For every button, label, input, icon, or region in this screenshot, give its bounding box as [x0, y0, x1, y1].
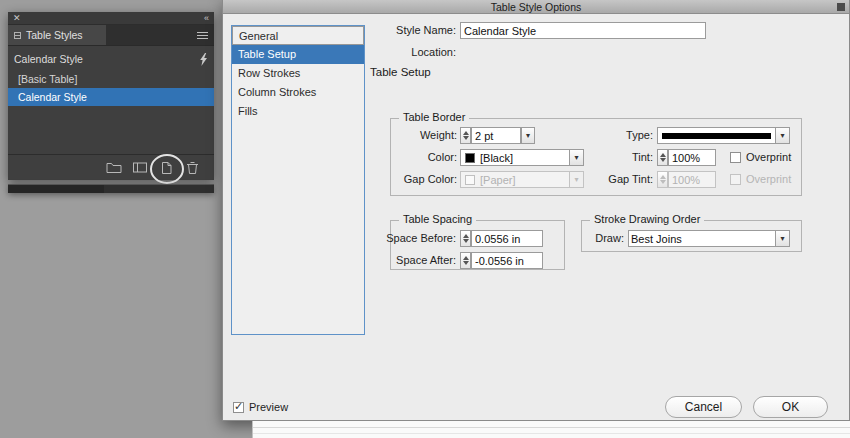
dialog-title: Table Style Options: [491, 1, 581, 13]
gap-tint-input: [668, 171, 716, 188]
gap-tint-label: Gap Tint:: [553, 171, 653, 188]
table-style-options-dialog: Table Style Options General Table Setup …: [222, 0, 850, 421]
category-fills[interactable]: Fills: [232, 102, 364, 121]
table-styles-panel: ✕ « Table Styles Calendar Style [Basic T…: [8, 12, 214, 180]
gap-overprint-label: Overprint: [746, 171, 791, 188]
space-after-label: Space After:: [376, 252, 456, 269]
style-list: [Basic Table] Calendar Style: [8, 70, 214, 106]
table-styles-icon: [14, 32, 21, 39]
weight-label: Weight:: [391, 127, 457, 144]
new-style-icon: [159, 161, 174, 175]
panels-icon: [132, 161, 148, 174]
stroke-drawing-order-legend: Stroke Drawing Order: [590, 213, 704, 225]
trash-icon: [185, 161, 200, 175]
category-table-setup[interactable]: Table Setup: [232, 45, 364, 64]
tint-stepper[interactable]: [657, 149, 668, 166]
gap-tint-stepper: [657, 171, 668, 188]
space-before-input[interactable]: [471, 230, 543, 247]
black-swatch: [465, 153, 475, 163]
stroke-type-select[interactable]: ▾: [657, 127, 790, 144]
space-before-label: Space Before:: [376, 230, 456, 247]
stroke-drawing-order-group: Stroke Drawing Order Draw: Best Joins ▾: [581, 220, 802, 252]
table-border-group: Table Border Weight: ▾ Type: ▾ Color: [B…: [390, 118, 802, 196]
tint-input[interactable]: [668, 149, 716, 166]
new-style-group-button[interactable]: [104, 159, 124, 177]
screenshot-stage: ✕ « Table Styles Calendar Style [Basic T…: [0, 0, 850, 438]
panel-footer: [8, 154, 214, 180]
space-after-input[interactable]: [471, 252, 543, 269]
current-style-label: Calendar Style: [14, 53, 83, 65]
preview-checkbox[interactable]: [233, 402, 244, 413]
panel-menu-icon[interactable]: [197, 32, 208, 39]
close-icon[interactable]: ✕: [13, 13, 21, 23]
draw-select[interactable]: Best Joins ▾: [628, 230, 790, 247]
chevron-down-icon: ▾: [775, 128, 789, 143]
tab-table-styles[interactable]: Table Styles: [8, 25, 106, 45]
panel-tab-label: Table Styles: [26, 29, 83, 41]
draw-label: Draw:: [588, 230, 624, 247]
folder-icon: [106, 161, 122, 174]
space-before-stepper[interactable]: [460, 230, 471, 247]
gap-color-label: Gap Color:: [391, 171, 457, 188]
overprint-checkbox[interactable]: [730, 152, 741, 163]
category-column-strokes[interactable]: Column Strokes: [232, 83, 364, 102]
type-label: Type:: [553, 127, 653, 144]
weight-input[interactable]: [471, 127, 521, 144]
dialog-titlebar: Table Style Options: [223, 0, 849, 14]
tint-label: Tint:: [553, 149, 653, 166]
table-spacing-group: Table Spacing Space Before: Space After:: [390, 220, 565, 270]
space-after-stepper[interactable]: [460, 252, 471, 269]
weight-stepper[interactable]: [460, 127, 471, 144]
border-color-value: [Black]: [478, 152, 513, 164]
dialog-category-list: General Table Setup Row Strokes Column S…: [231, 25, 365, 335]
create-new-style-button[interactable]: [156, 159, 176, 177]
solid-line-preview: [662, 133, 771, 139]
style-item-calendar-style[interactable]: Calendar Style: [8, 88, 214, 106]
lightning-icon: [199, 53, 208, 66]
overprint-label: Overprint: [746, 149, 791, 166]
delete-style-button[interactable]: [182, 159, 202, 177]
document-canvas: [252, 421, 850, 438]
gap-color-value: [Paper]: [478, 174, 515, 186]
style-item-basic-table[interactable]: [Basic Table]: [8, 70, 214, 88]
gap-overprint-checkbox: [730, 174, 741, 185]
category-row-strokes[interactable]: Row Strokes: [232, 64, 364, 83]
collapsed-dock-strip[interactable]: [8, 184, 214, 193]
window-widget-icon[interactable]: [837, 3, 845, 11]
document-rule-line: [253, 433, 850, 434]
panel-tab-bar: Table Styles: [8, 25, 214, 46]
location-label: Location:: [356, 44, 456, 61]
preview-label: Preview: [249, 399, 288, 416]
current-style-row[interactable]: Calendar Style: [8, 50, 214, 68]
cancel-button[interactable]: Cancel: [665, 396, 742, 418]
ok-button[interactable]: OK: [753, 396, 828, 418]
panel-header-bar: ✕ «: [8, 12, 214, 25]
clear-overrides-button[interactable]: [130, 159, 150, 177]
collapse-panel-icon[interactable]: «: [204, 13, 209, 23]
color-label: Color:: [391, 149, 457, 166]
dock-segment: [8, 185, 104, 193]
paper-swatch: [465, 175, 475, 185]
draw-value: Best Joins: [629, 233, 682, 245]
table-border-legend: Table Border: [399, 111, 469, 123]
weight-dropdown-icon[interactable]: ▾: [521, 127, 535, 144]
document-rule-line: [253, 427, 850, 428]
chevron-down-icon: ▾: [775, 231, 789, 246]
style-name-input[interactable]: [460, 22, 706, 39]
table-spacing-legend: Table Spacing: [399, 213, 476, 225]
section-heading: Table Setup: [370, 66, 431, 78]
style-name-label: Style Name:: [306, 22, 456, 39]
